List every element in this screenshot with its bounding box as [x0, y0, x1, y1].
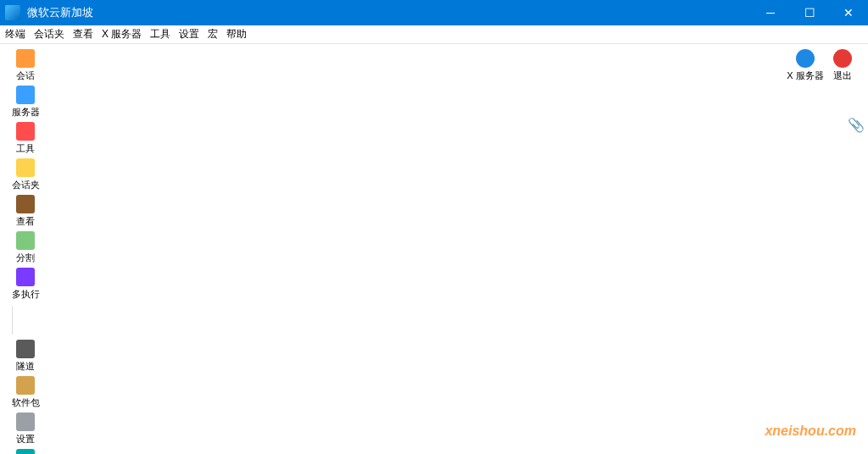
watermark: xneishou.com — [765, 424, 856, 439]
menu-view[interactable]: 查看 — [73, 27, 93, 42]
tbtn-1[interactable]: 服务器 — [7, 84, 44, 120]
tbtn-r-0[interactable]: X 服务器 — [787, 47, 824, 84]
attachment-icon[interactable]: 📎 — [848, 117, 865, 133]
tbtn-3[interactable]: 会话夹 — [7, 157, 44, 193]
window-buttons: ─ ☐ ✕ — [751, 0, 868, 25]
minimize-button[interactable]: ─ — [751, 0, 790, 25]
close-button[interactable]: ✕ — [829, 0, 868, 25]
menu-xserver[interactable]: X 服务器 — [102, 27, 142, 42]
toolbar: 会话服务器工具会话夹查看分割多执行隧道软件包设置帮助 X 服务器退出 — [0, 44, 868, 454]
menubar: 终端 会话夹 查看 X 服务器 工具 设置 宏 帮助 — [0, 25, 868, 44]
menu-help[interactable]: 帮助 — [226, 27, 247, 42]
menu-settings[interactable]: 设置 — [179, 27, 199, 42]
tbtn-10[interactable]: 帮助 — [7, 447, 44, 454]
maximize-button[interactable]: ☐ — [790, 0, 829, 25]
tbtn-7[interactable]: 隧道 — [7, 338, 44, 374]
menu-sessions[interactable]: 会话夹 — [34, 27, 64, 42]
titlebar: 微软云新加坡 ─ ☐ ✕ — [0, 0, 868, 25]
tbtn-4[interactable]: 查看 — [7, 193, 44, 230]
tbtn-5[interactable]: 分割 — [7, 230, 44, 266]
tbtn-2[interactable]: 工具 — [7, 120, 44, 157]
menu-macros[interactable]: 宏 — [208, 27, 218, 42]
app-icon — [5, 5, 20, 20]
tbtn-6[interactable]: 多执行 — [7, 266, 44, 302]
tbtn-8[interactable]: 软件包 — [7, 374, 44, 411]
tbtn-9[interactable]: 设置 — [7, 411, 44, 447]
menu-terminal[interactable]: 终端 — [5, 27, 25, 42]
window-title: 微软云新加坡 — [27, 5, 751, 20]
tbtn-0[interactable]: 会话 — [7, 47, 44, 84]
menu-tools[interactable]: 工具 — [150, 27, 170, 42]
tbtn-r-1[interactable]: 退出 — [824, 47, 861, 84]
